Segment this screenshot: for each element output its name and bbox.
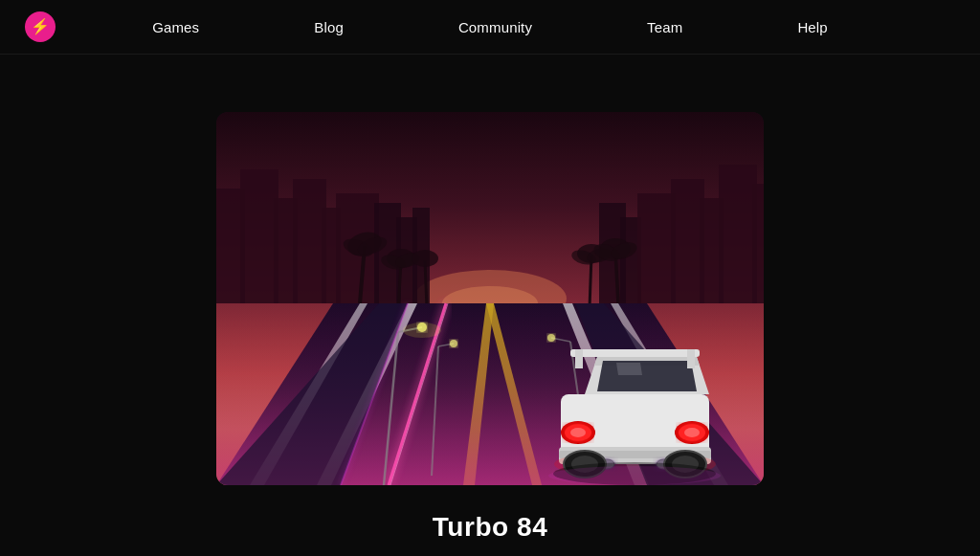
svg-point-56	[547, 334, 555, 342]
main-content: Turbo 84	[0, 55, 980, 556]
logo-circle: ⚡	[25, 11, 56, 42]
nav-games[interactable]: Games	[95, 19, 256, 35]
svg-rect-14	[637, 193, 676, 303]
svg-marker-63	[597, 361, 697, 391]
nav-team[interactable]: Team	[590, 19, 740, 35]
game-title: Turbo 84	[433, 512, 548, 543]
svg-point-87	[548, 466, 721, 485]
game-scene-svg	[216, 112, 764, 485]
nav-links: Games Blog Community Team Help	[23, 19, 957, 35]
logo[interactable]: ⚡	[23, 10, 57, 44]
navbar: ⚡ Games Blog Community Team Help	[0, 0, 980, 55]
svg-rect-69	[687, 349, 695, 368]
svg-point-72	[570, 428, 586, 437]
nav-help[interactable]: Help	[740, 19, 884, 35]
svg-rect-6	[293, 179, 326, 303]
game-image-container	[216, 112, 764, 485]
svg-marker-64	[616, 363, 642, 375]
svg-point-50	[403, 322, 441, 338]
logo-bolt-icon: ⚡	[31, 19, 50, 34]
svg-point-53	[450, 340, 457, 347]
nav-community[interactable]: Community	[401, 19, 590, 35]
svg-rect-15	[671, 179, 704, 303]
svg-rect-18	[752, 184, 764, 303]
svg-point-75	[684, 428, 700, 437]
svg-rect-68	[575, 349, 583, 368]
nav-blog[interactable]: Blog	[256, 19, 401, 35]
svg-rect-4	[240, 169, 278, 303]
svg-line-27	[425, 260, 427, 308]
svg-rect-17	[719, 165, 757, 303]
svg-rect-67	[570, 349, 700, 357]
svg-point-28	[412, 250, 438, 267]
